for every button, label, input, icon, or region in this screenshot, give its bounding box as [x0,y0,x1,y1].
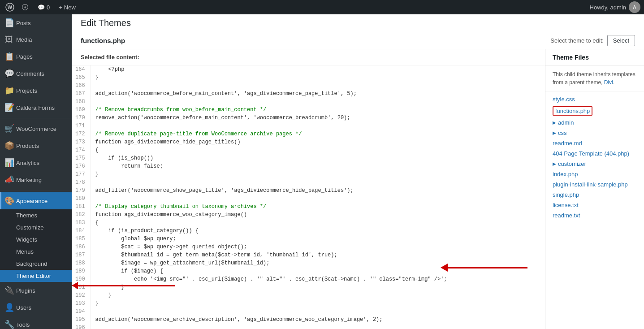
pages-icon: 📋 [4,52,13,61]
code-line: 173function ags_diviecommerce_hide_page_… [72,138,545,146]
line-code: global $wp_query; [91,235,181,243]
sidebar-sub-widgets[interactable]: Widgets [0,234,72,246]
line-number: 185 [72,235,91,243]
avatar[interactable]: A [629,1,640,13]
sidebar-item-projects[interactable]: 📁 Projects [0,82,72,99]
tools-icon: 🔧 [4,320,13,329]
code-line: 178 [72,178,545,186]
sidebar-item-appearance[interactable]: 🎨 Appearance [0,192,72,209]
file-folder-item[interactable]: ▶css [545,128,644,138]
sidebar-item-label: Projects [16,87,37,94]
line-number: 171 [72,122,91,130]
sidebar-item-posts[interactable]: 📄 Posts [0,14,72,31]
sidebar-sub-themes[interactable]: Themes [0,209,72,221]
file-list-item[interactable]: plugin-install-link-sample.php [545,179,644,190]
line-code: if ($image) { [91,267,168,275]
line-code: $thumbnail_id = get_term_meta($cat->term… [91,251,342,259]
sidebar-item-users[interactable]: 👤 Users [0,299,72,316]
plus-icon: + [59,4,62,11]
sidebar-item-pages[interactable]: 📋 Pages [0,48,72,65]
line-number: 168 [72,98,91,106]
sidebar-item-analytics[interactable]: 📊 Analytics [0,154,72,171]
code-line: 168 [72,98,545,106]
line-code [91,324,100,329]
line-code: /* Remove breadcrumbs from woo_before_ma… [91,106,271,114]
file-list-item[interactable]: license.txt [545,200,644,210]
editor-top-bar: functions.php Select theme to edit: Sele… [72,32,644,49]
sidebar-item-products[interactable]: 📦 Products [0,137,72,154]
woocommerce-icon: 🛒 [4,124,13,134]
file-list-item[interactable]: functions.php [545,104,644,117]
site-name[interactable] [18,0,32,14]
file-list-item[interactable]: readme.txt [545,210,644,221]
comments-count[interactable]: 💬 0 [34,4,53,11]
posts-icon: 📄 [4,18,13,28]
code-line: 181/* Display category thumbnail on taxo… [72,203,545,211]
file-list-item[interactable]: index.php [545,169,644,179]
media-icon: 🖼 [4,35,13,44]
file-title: functions.php [81,37,125,44]
code-line: 186 $cat = $wp_query->get_queried_object… [72,243,545,251]
sidebar-item-media[interactable]: 🖼 Media [0,31,72,48]
line-number: 177 [72,170,91,178]
line-number: 172 [72,130,91,138]
line-code [91,122,100,130]
sidebar-item-comments[interactable]: 💬 Comments [0,65,72,82]
page-title-bar: Edit Themes [72,14,644,32]
code-line: 171 [72,122,545,130]
file-name: readme.txt [553,212,580,219]
divi-link[interactable]: Divi [604,79,613,86]
file-folder-item[interactable]: ▶admin [545,117,644,128]
line-code: if (is_shop()) [91,154,158,162]
sidebar-item-marketing[interactable]: 📣 Marketing [0,171,72,188]
theme-files-pane: Theme Files This child theme inherits te… [545,49,644,329]
sidebar-item-caldera-forms[interactable]: 📝 Caldera Forms [0,99,72,116]
file-list-item[interactable]: 404 Page Template (404.php) [545,148,644,159]
line-number: 178 [72,178,91,186]
file-list-item[interactable]: style.css [545,94,644,104]
code-line: 194 [72,307,545,316]
code-line: 179add_filter('woocommerce_show_page_tit… [72,186,545,195]
code-line: 182function ags_diviecommerce_woo_catego… [72,211,545,219]
sidebar-sub-background[interactable]: Background [0,258,72,270]
comments-icon: 💬 [4,69,13,78]
line-number: 196 [72,324,91,329]
sidebar-sub-menus[interactable]: Menus [0,246,72,258]
line-code: add_action('woocommerce_before_main_cont… [91,90,361,98]
sidebar-sub-theme-editor[interactable]: Theme Editor [0,270,72,282]
line-number: 194 [72,307,91,316]
line-code [91,195,100,203]
code-line: 190 echo '<img src="' . esc_url($image) … [72,275,545,283]
sidebar-item-tools[interactable]: 🔧 Tools [0,316,72,329]
sidebar-item-label: Caldera Forms [16,104,55,111]
file-name: single.php [553,191,579,198]
file-name: index.php [553,171,578,177]
sidebar-item-plugins[interactable]: 🔌 Plugins [0,282,72,299]
line-number: 195 [72,316,91,324]
file-list-item[interactable]: single.php [545,190,644,200]
sidebar-item-label: Marketing [16,177,42,183]
file-folder-item[interactable]: ▶customizer [545,159,644,169]
code-line: 169/* Remove breadcrumbs from woo_before… [72,106,545,114]
line-number: 167 [72,90,91,98]
select-theme-label: Select theme to edit: [550,37,604,44]
file-list: style.cssfunctions.php▶admin▶cssreadme.m… [545,91,644,223]
line-number: 180 [72,195,91,203]
line-number: 183 [72,219,91,227]
sidebar-item-woocommerce[interactable]: 🛒 WooCommerce [0,120,72,137]
code-scroll[interactable]: 164 <?php165}166167add_action('woocommer… [72,65,545,329]
file-list-item[interactable]: readme.md [545,138,644,148]
line-code: } [91,74,103,82]
line-code [91,82,100,90]
appearance-submenu: Themes Customize Widgets Menus Backgroun… [0,209,72,282]
code-line: 175 if (is_shop()) [72,154,545,162]
wp-logo-icon[interactable]: W [4,1,16,13]
code-line: 188 $image = wp_get_attachment_url($thum… [72,259,545,267]
new-button[interactable]: + New [55,4,79,11]
line-code: $image = wp_get_attachment_url($thumbnai… [91,259,274,267]
line-code [91,178,100,186]
select-theme-button[interactable]: Select [607,35,635,46]
sidebar-sub-customize[interactable]: Customize [0,221,72,234]
code-line: 191 } [72,283,545,291]
page-title: Edit Themes [81,18,131,28]
